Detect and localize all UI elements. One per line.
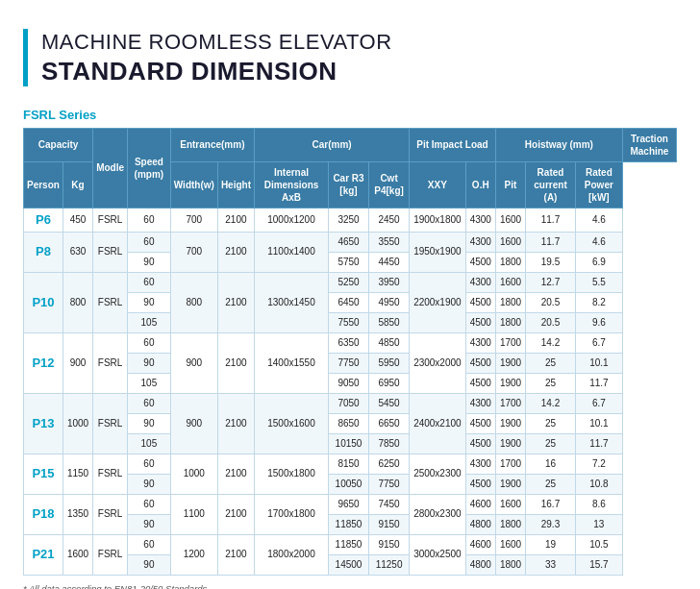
- col-entrance: Entrance(mm): [170, 128, 254, 161]
- cell-cwt-p4: 7750: [368, 474, 409, 494]
- cell-car-r3: 10050: [329, 474, 369, 494]
- cell-model: FSRL: [93, 393, 128, 454]
- header-section: MACHINE ROOMLESS ELEVATOR STANDARD DIMEN…: [23, 29, 677, 86]
- cell-pit: 1600: [495, 494, 525, 514]
- cell-oh: 4800: [465, 554, 495, 575]
- cell-xxy: 1900x1800: [410, 208, 466, 232]
- cell-cwt-p4: 6950: [368, 373, 409, 393]
- cell-speed: 90: [128, 353, 171, 373]
- cell-height: 2100: [217, 272, 254, 332]
- cell-pit: 1800: [495, 514, 525, 534]
- cell-kg: 1000: [62, 393, 92, 454]
- cell-width: 1100: [170, 494, 217, 534]
- title-line1: MACHINE ROOMLESS ELEVATOR: [41, 29, 677, 57]
- cell-rated-a: 25: [526, 474, 576, 494]
- cell-oh: 4600: [465, 534, 495, 554]
- cell-oh: 4500: [465, 353, 495, 373]
- cell-car-r3: 9650: [329, 494, 369, 514]
- cell-car-r3: 7550: [329, 312, 369, 332]
- cell-cwt-p4: 6650: [368, 413, 409, 433]
- cell-kg: 630: [62, 232, 92, 272]
- cell-cwt-p4: 9150: [368, 534, 409, 554]
- cell-pit: 1600: [495, 232, 525, 252]
- cell-speed: 60: [128, 454, 171, 474]
- cell-car-r3: 8150: [329, 454, 369, 474]
- cell-int-dim: 1500x1800: [254, 454, 328, 494]
- cell-pit: 1800: [495, 554, 525, 575]
- cell-speed: 60: [128, 272, 171, 292]
- cell-speed: 60: [128, 208, 171, 232]
- cell-car-r3: 5750: [329, 252, 369, 272]
- subh-kg: Kg: [62, 161, 92, 208]
- cell-pit: 1900: [495, 433, 525, 454]
- subh-rated-kw: Rated Power [kW]: [575, 161, 622, 208]
- cell-pit: 1900: [495, 413, 525, 433]
- cell-kg: 1600: [62, 534, 92, 575]
- cell-width: 800: [170, 272, 217, 332]
- dimension-table: Capacity Modle Speed (mpm) Entrance(mm) …: [23, 128, 677, 576]
- cell-speed: 90: [128, 413, 171, 433]
- subh-intdim: Internal Dimensions AxB: [254, 161, 328, 208]
- cell-rated-a: 25: [526, 433, 576, 454]
- subh-car-r3: Car R3 [kg]: [329, 161, 369, 208]
- cell-kg: 450: [62, 208, 92, 232]
- cell-oh: 4600: [465, 494, 495, 514]
- table-row: P6450FSRL6070021001000x1200325024501900x…: [24, 208, 677, 232]
- col-capacity: Capacity: [24, 128, 93, 161]
- cell-int-dim: 1000x1200: [254, 208, 328, 232]
- cell-model: FSRL: [93, 232, 128, 272]
- cell-rated-kw: 15.7: [575, 554, 622, 575]
- cell-width: 1000: [170, 454, 217, 494]
- cell-cwt-p4: 4850: [368, 332, 409, 353]
- cell-int-dim: 1100x1400: [254, 232, 328, 272]
- cell-oh: 4300: [465, 272, 495, 292]
- cell-rated-kw: 6.9: [575, 252, 622, 272]
- cell-rated-kw: 4.6: [575, 208, 622, 232]
- cell-cwt-p4: 5450: [368, 393, 409, 413]
- cell-pit: 1600: [495, 208, 525, 232]
- cell-pit: 1900: [495, 373, 525, 393]
- cell-rated-a: 33: [526, 554, 576, 575]
- cell-oh: 4300: [465, 454, 495, 474]
- cell-cwt-p4: 3950: [368, 272, 409, 292]
- cell-person: P10: [24, 272, 63, 332]
- table-row: P10800FSRL6080021001300x1450525039502200…: [24, 272, 677, 292]
- cell-rated-a: 16: [526, 454, 576, 474]
- cell-speed: 60: [128, 393, 171, 413]
- cell-cwt-p4: 5950: [368, 353, 409, 373]
- cell-person: P6: [24, 208, 63, 232]
- subh-height: Height: [217, 161, 254, 208]
- cell-rated-kw: 8.2: [575, 292, 622, 312]
- cell-cwt-p4: 4950: [368, 292, 409, 312]
- cell-kg: 900: [62, 332, 92, 393]
- cell-oh: 4500: [465, 413, 495, 433]
- subh-cwt: Cwt P4[kg]: [368, 161, 409, 208]
- cell-oh: 4500: [465, 373, 495, 393]
- cell-xxy: 2500x2300: [410, 454, 466, 494]
- cell-car-r3: 7750: [329, 353, 369, 373]
- cell-pit: 1700: [495, 393, 525, 413]
- cell-oh: 4500: [465, 312, 495, 332]
- cell-cwt-p4: 7850: [368, 433, 409, 454]
- subh-xxy: XXY: [410, 161, 466, 208]
- cell-car-r3: 4650: [329, 232, 369, 252]
- subh-person: Person: [24, 161, 63, 208]
- cell-model: FSRL: [93, 332, 128, 393]
- cell-rated-a: 14.2: [526, 393, 576, 413]
- cell-rated-kw: 8.6: [575, 494, 622, 514]
- cell-person: P13: [24, 393, 63, 454]
- cell-model: FSRL: [93, 494, 128, 534]
- title-line2: STANDARD DIMENSION: [41, 57, 677, 86]
- cell-oh: 4500: [465, 292, 495, 312]
- cell-rated-kw: 13: [575, 514, 622, 534]
- table-row: P131000FSRL6090021001500x160070505450240…: [24, 393, 677, 413]
- cell-speed: 105: [128, 433, 171, 454]
- cell-xxy: 3000x2500: [410, 534, 466, 575]
- cell-car-r3: 5250: [329, 272, 369, 292]
- cell-oh: 4300: [465, 232, 495, 252]
- cell-height: 2100: [217, 332, 254, 393]
- cell-height: 2100: [217, 232, 254, 272]
- cell-car-r3: 14500: [329, 554, 369, 575]
- table-row: P12900FSRL6090021001400x1550635048502300…: [24, 332, 677, 353]
- cell-rated-kw: 11.7: [575, 373, 622, 393]
